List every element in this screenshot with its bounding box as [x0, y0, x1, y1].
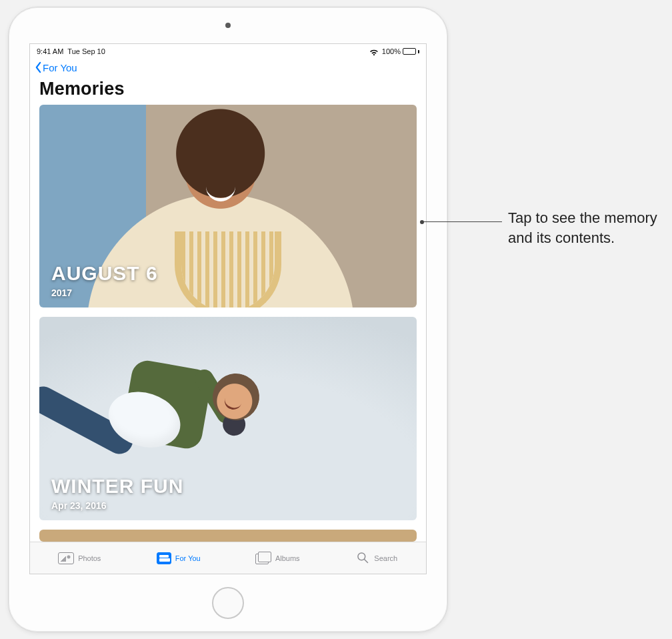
- svg-line-1: [365, 559, 368, 562]
- memories-list[interactable]: AUGUST 6 2017 WINTER FUN Apr 23, 2016: [30, 105, 426, 542]
- albums-icon: [255, 552, 271, 564]
- status-bar: 9:41 AM Tue Sep 10 100%: [30, 44, 426, 57]
- memory-subtitle: Apr 23, 2016: [51, 500, 183, 511]
- tab-label: Albums: [275, 554, 300, 562]
- callout-text: Tap to see the memory and its contents.: [508, 208, 665, 247]
- wifi-icon: [369, 47, 379, 55]
- ipad-top-bezel: [225, 7, 231, 43]
- memory-illustration: [207, 368, 265, 426]
- back-label: For You: [43, 62, 77, 73]
- battery-indicator: 100%: [382, 47, 419, 55]
- status-time: 9:41 AM: [37, 47, 63, 55]
- back-button[interactable]: For You: [34, 61, 77, 73]
- tab-label: Search: [374, 554, 397, 562]
- memory-card-caption: AUGUST 6 2017: [51, 263, 158, 298]
- ipad-bottom-bezel: [212, 574, 244, 632]
- memory-title: AUGUST 6: [51, 263, 158, 283]
- battery-percent: 100%: [382, 47, 401, 55]
- page-title: Memories: [30, 77, 426, 105]
- memory-card[interactable]: WINTER FUN Apr 23, 2016: [39, 317, 417, 520]
- memory-card-caption: WINTER FUN Apr 23, 2016: [51, 476, 183, 511]
- navigation-bar: For You: [30, 57, 426, 77]
- memory-card[interactable]: [39, 530, 417, 542]
- photos-icon: [58, 552, 74, 564]
- tab-search[interactable]: Search: [327, 542, 427, 574]
- home-button[interactable]: [212, 587, 244, 619]
- search-icon: [355, 551, 370, 566]
- tab-albums[interactable]: Albums: [228, 542, 327, 574]
- tab-label: Photos: [78, 554, 101, 562]
- ipad-device-frame: 9:41 AM Tue Sep 10 100% For You: [8, 7, 448, 632]
- tab-for-you[interactable]: For You: [129, 542, 229, 574]
- screen: 9:41 AM Tue Sep 10 100% For You: [29, 43, 427, 574]
- tab-label: For You: [175, 554, 201, 562]
- for-you-icon: [157, 552, 171, 564]
- front-camera-icon: [225, 23, 231, 28]
- chevron-left-icon: [34, 61, 43, 73]
- memory-card[interactable]: AUGUST 6 2017: [39, 105, 417, 307]
- memory-subtitle: 2017: [51, 287, 158, 298]
- battery-icon: [403, 48, 416, 55]
- status-bar-left: 9:41 AM Tue Sep 10: [37, 47, 105, 55]
- status-bar-right: 100%: [369, 47, 419, 55]
- memory-title: WINTER FUN: [51, 476, 183, 496]
- callout-leader-line: [422, 221, 502, 222]
- tab-bar: Photos For You Albums Search: [30, 542, 426, 574]
- tab-photos[interactable]: Photos: [30, 542, 129, 574]
- status-date: Tue Sep 10: [67, 47, 105, 55]
